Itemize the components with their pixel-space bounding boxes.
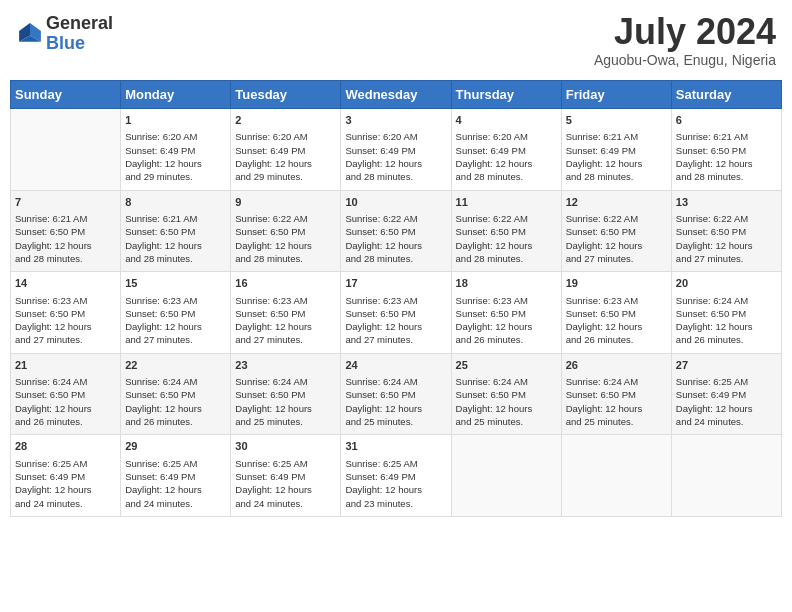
title-block: July 2024 Aguobu-Owa, Enugu, Nigeria: [594, 14, 776, 68]
day-number: 4: [456, 113, 557, 128]
day-info: Daylight: 12 hours: [235, 320, 336, 333]
day-info: Sunrise: 6:25 AM: [345, 457, 446, 470]
day-number: 27: [676, 358, 777, 373]
day-number: 20: [676, 276, 777, 291]
calendar-cell: 11Sunrise: 6:22 AMSunset: 6:50 PMDayligh…: [451, 190, 561, 272]
calendar-cell: [11, 109, 121, 191]
day-info: Sunset: 6:49 PM: [125, 144, 226, 157]
day-info: Daylight: 12 hours: [125, 320, 226, 333]
calendar-cell: 27Sunrise: 6:25 AMSunset: 6:49 PMDayligh…: [671, 353, 781, 435]
day-info: Sunrise: 6:22 AM: [456, 212, 557, 225]
day-info: and 28 minutes.: [235, 252, 336, 265]
day-info: Sunset: 6:49 PM: [235, 144, 336, 157]
calendar-cell: 7Sunrise: 6:21 AMSunset: 6:50 PMDaylight…: [11, 190, 121, 272]
day-info: and 29 minutes.: [125, 170, 226, 183]
day-info: Daylight: 12 hours: [15, 402, 116, 415]
calendar-cell: 14Sunrise: 6:23 AMSunset: 6:50 PMDayligh…: [11, 272, 121, 354]
calendar-cell: 16Sunrise: 6:23 AMSunset: 6:50 PMDayligh…: [231, 272, 341, 354]
calendar-cell: 31Sunrise: 6:25 AMSunset: 6:49 PMDayligh…: [341, 435, 451, 517]
day-info: Sunset: 6:50 PM: [456, 388, 557, 401]
day-info: Sunset: 6:50 PM: [235, 225, 336, 238]
day-info: Sunrise: 6:24 AM: [676, 294, 777, 307]
day-info: Sunset: 6:50 PM: [345, 307, 446, 320]
day-info: Sunset: 6:50 PM: [456, 225, 557, 238]
day-info: and 29 minutes.: [235, 170, 336, 183]
day-info: Sunset: 6:50 PM: [125, 388, 226, 401]
day-number: 29: [125, 439, 226, 454]
day-info: and 26 minutes.: [566, 333, 667, 346]
day-info: and 26 minutes.: [125, 415, 226, 428]
day-info: and 24 minutes.: [15, 497, 116, 510]
day-info: Daylight: 12 hours: [125, 157, 226, 170]
calendar-cell: 21Sunrise: 6:24 AMSunset: 6:50 PMDayligh…: [11, 353, 121, 435]
day-number: 14: [15, 276, 116, 291]
calendar-cell: 25Sunrise: 6:24 AMSunset: 6:50 PMDayligh…: [451, 353, 561, 435]
day-header-tuesday: Tuesday: [231, 81, 341, 109]
day-info: and 26 minutes.: [15, 415, 116, 428]
day-info: Sunset: 6:50 PM: [15, 225, 116, 238]
location: Aguobu-Owa, Enugu, Nigeria: [594, 52, 776, 68]
week-row-2: 7Sunrise: 6:21 AMSunset: 6:50 PMDaylight…: [11, 190, 782, 272]
day-info: and 25 minutes.: [235, 415, 336, 428]
calendar-cell: 23Sunrise: 6:24 AMSunset: 6:50 PMDayligh…: [231, 353, 341, 435]
day-number: 12: [566, 195, 667, 210]
day-number: 22: [125, 358, 226, 373]
day-info: Sunrise: 6:23 AM: [125, 294, 226, 307]
day-number: 1: [125, 113, 226, 128]
day-number: 10: [345, 195, 446, 210]
week-row-3: 14Sunrise: 6:23 AMSunset: 6:50 PMDayligh…: [11, 272, 782, 354]
day-number: 11: [456, 195, 557, 210]
day-info: Sunset: 6:49 PM: [456, 144, 557, 157]
day-info: Sunset: 6:50 PM: [15, 388, 116, 401]
calendar-cell: 1Sunrise: 6:20 AMSunset: 6:49 PMDaylight…: [121, 109, 231, 191]
day-info: Daylight: 12 hours: [15, 239, 116, 252]
calendar-cell: 15Sunrise: 6:23 AMSunset: 6:50 PMDayligh…: [121, 272, 231, 354]
day-info: and 27 minutes.: [676, 252, 777, 265]
day-number: 6: [676, 113, 777, 128]
calendar-cell: 30Sunrise: 6:25 AMSunset: 6:49 PMDayligh…: [231, 435, 341, 517]
day-number: 17: [345, 276, 446, 291]
day-info: and 28 minutes.: [456, 170, 557, 183]
day-info: Sunset: 6:49 PM: [125, 470, 226, 483]
day-info: Sunset: 6:50 PM: [345, 388, 446, 401]
day-number: 31: [345, 439, 446, 454]
day-header-thursday: Thursday: [451, 81, 561, 109]
day-info: and 27 minutes.: [566, 252, 667, 265]
day-number: 8: [125, 195, 226, 210]
day-info: and 25 minutes.: [566, 415, 667, 428]
day-info: Sunset: 6:50 PM: [676, 144, 777, 157]
calendar-cell: 19Sunrise: 6:23 AMSunset: 6:50 PMDayligh…: [561, 272, 671, 354]
day-info: Sunset: 6:50 PM: [566, 225, 667, 238]
day-header-monday: Monday: [121, 81, 231, 109]
calendar-cell: 20Sunrise: 6:24 AMSunset: 6:50 PMDayligh…: [671, 272, 781, 354]
day-number: 9: [235, 195, 336, 210]
calendar-cell: 12Sunrise: 6:22 AMSunset: 6:50 PMDayligh…: [561, 190, 671, 272]
day-number: 5: [566, 113, 667, 128]
day-info: Sunrise: 6:23 AM: [345, 294, 446, 307]
calendar-cell: 18Sunrise: 6:23 AMSunset: 6:50 PMDayligh…: [451, 272, 561, 354]
day-header-wednesday: Wednesday: [341, 81, 451, 109]
day-info: Sunrise: 6:24 AM: [235, 375, 336, 388]
week-row-4: 21Sunrise: 6:24 AMSunset: 6:50 PMDayligh…: [11, 353, 782, 435]
day-info: Sunrise: 6:24 AM: [15, 375, 116, 388]
calendar-cell: 22Sunrise: 6:24 AMSunset: 6:50 PMDayligh…: [121, 353, 231, 435]
day-info: Daylight: 12 hours: [345, 239, 446, 252]
day-info: Sunrise: 6:24 AM: [345, 375, 446, 388]
day-number: 21: [15, 358, 116, 373]
day-info: Sunrise: 6:20 AM: [235, 130, 336, 143]
day-info: Sunrise: 6:23 AM: [456, 294, 557, 307]
day-info: Daylight: 12 hours: [15, 483, 116, 496]
day-info: Sunrise: 6:24 AM: [566, 375, 667, 388]
calendar-cell: 26Sunrise: 6:24 AMSunset: 6:50 PMDayligh…: [561, 353, 671, 435]
day-info: Sunrise: 6:24 AM: [456, 375, 557, 388]
calendar-cell: [671, 435, 781, 517]
day-info: and 26 minutes.: [456, 333, 557, 346]
day-info: Daylight: 12 hours: [676, 157, 777, 170]
day-info: Sunrise: 6:23 AM: [566, 294, 667, 307]
day-header-sunday: Sunday: [11, 81, 121, 109]
day-number: 2: [235, 113, 336, 128]
calendar-cell: [561, 435, 671, 517]
day-info: Daylight: 12 hours: [235, 402, 336, 415]
day-number: 16: [235, 276, 336, 291]
day-info: Sunset: 6:50 PM: [566, 307, 667, 320]
